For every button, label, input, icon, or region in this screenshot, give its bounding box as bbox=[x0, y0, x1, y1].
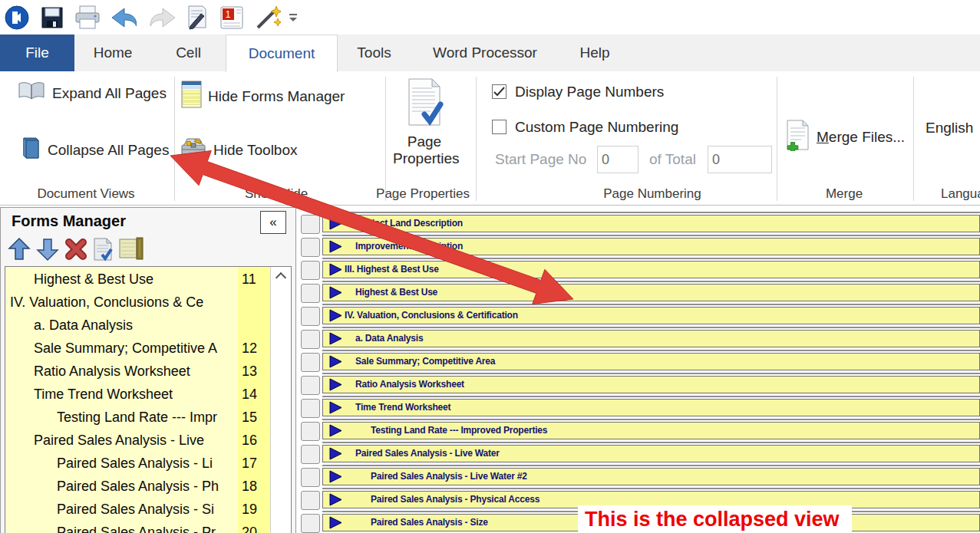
forms-manager-item[interactable]: Paired Sales Analysis - Live 16 bbox=[5, 429, 270, 452]
collapsed-form-bar[interactable]: Sale Summary; Competitive Area bbox=[322, 350, 980, 373]
move-down-icon[interactable] bbox=[35, 237, 60, 262]
ribbon-document-tab-content: Expand All Pages Collapse All Pages Docu… bbox=[0, 71, 980, 206]
expand-triangle-icon[interactable] bbox=[329, 447, 343, 460]
page-handle[interactable] bbox=[301, 353, 320, 372]
tab-document[interactable]: Document bbox=[226, 35, 338, 72]
app-logo-icon[interactable] bbox=[3, 4, 31, 31]
collapsed-form-bar[interactable]: Time Trend Worksheet bbox=[322, 396, 980, 419]
forms-manager-item[interactable]: Highest & Best Use 11 bbox=[5, 268, 270, 291]
forms-manager-item[interactable]: Paired Sales Analysis - Ph 18 bbox=[5, 475, 270, 498]
tab-word-processor[interactable]: Word Processor bbox=[411, 35, 559, 71]
group-label-document-views: Document Views bbox=[17, 186, 155, 202]
hide-toolbox-button[interactable]: Hide Toolbox bbox=[180, 136, 298, 164]
group-separator bbox=[174, 77, 175, 201]
tab-help[interactable]: Help bbox=[559, 35, 630, 71]
collapse-panel-button[interactable]: « bbox=[260, 211, 286, 234]
forms-manager-item[interactable]: Paired Sales Analysis - Si 19 bbox=[5, 498, 270, 521]
collapsed-form-bar[interactable]: Testing Land Rate --- Improved Propertie… bbox=[322, 419, 980, 442]
language-value[interactable]: English bbox=[926, 120, 973, 137]
report-form-bars: Subject Land Description Improvement Des… bbox=[322, 212, 980, 533]
calendar-icon[interactable]: 1 bbox=[218, 4, 246, 31]
toolbox-icon bbox=[180, 136, 207, 164]
page-properties-button[interactable]: Page Properties bbox=[393, 77, 456, 167]
expand-triangle-icon[interactable] bbox=[329, 240, 343, 253]
delete-form-icon[interactable] bbox=[64, 237, 88, 262]
forms-list-scrollbar[interactable] bbox=[270, 267, 291, 533]
start-page-no-input[interactable] bbox=[597, 146, 638, 173]
expand-triangle-icon[interactable] bbox=[329, 309, 343, 322]
collapsed-form-bar[interactable]: Improvement Description bbox=[322, 235, 980, 258]
scroll-up-icon[interactable] bbox=[276, 272, 286, 283]
expand-triangle-icon[interactable] bbox=[329, 217, 343, 230]
page-properties-small-icon[interactable] bbox=[91, 237, 116, 262]
of-total-input[interactable] bbox=[708, 146, 772, 173]
page-handle[interactable] bbox=[301, 491, 320, 510]
collapsed-form-bar[interactable]: IV. Valuation, Conclusions & Certificati… bbox=[322, 304, 980, 327]
tab-cell[interactable]: Cell bbox=[151, 35, 226, 71]
forms-manager-item[interactable]: Ratio Analysis Worksheet 13 bbox=[5, 360, 270, 383]
sign-document-icon[interactable] bbox=[183, 4, 210, 31]
form-bar-title: Paired Sales Analysis - Physical Access bbox=[371, 492, 539, 508]
forms-manager-item[interactable]: a. Data Analysis bbox=[5, 314, 270, 337]
page-handle[interactable] bbox=[301, 215, 320, 234]
forms-library-icon[interactable] bbox=[118, 237, 143, 262]
forms-manager-item[interactable]: Paired Sales Analysis - Li 17 bbox=[5, 452, 270, 475]
collapse-all-pages-button[interactable]: Collapse All Pages bbox=[18, 136, 169, 164]
page-handle[interactable] bbox=[301, 261, 320, 280]
collapsed-form-bar[interactable]: Ratio Analysis Worksheet bbox=[322, 373, 980, 396]
collapsed-form-bar[interactable]: a. Data Analysis bbox=[322, 327, 980, 350]
page-handle[interactable] bbox=[301, 238, 320, 257]
move-up-icon[interactable] bbox=[7, 237, 31, 262]
page-handle[interactable] bbox=[301, 376, 320, 395]
forms-manager-item[interactable]: IV. Valuation, Conclusions & Ce bbox=[5, 291, 270, 314]
collapsed-form-bar[interactable]: Paired Sales Analysis - Live Water bbox=[322, 442, 980, 465]
form-bar-title: Highest & Best Use bbox=[355, 285, 437, 301]
tab-tools[interactable]: Tools bbox=[338, 35, 411, 71]
page-handle[interactable] bbox=[301, 284, 320, 303]
print-icon[interactable] bbox=[74, 4, 101, 31]
save-icon[interactable] bbox=[38, 4, 66, 31]
form-bar-title: Ratio Analysis Worksheet bbox=[355, 377, 464, 393]
forms-manager-item[interactable]: Paired Sales Analysis - Pr 20 bbox=[5, 521, 270, 533]
page-handle[interactable] bbox=[301, 514, 320, 533]
form-bar-title: Paired Sales Analysis - Size bbox=[371, 515, 488, 531]
forms-manager-item[interactable]: Sale Summary; Competitive A 12 bbox=[5, 337, 270, 360]
page-handle[interactable] bbox=[301, 307, 320, 326]
form-page-number: 12 bbox=[242, 337, 270, 360]
collapsed-form-bar[interactable]: Paired Sales Analysis - Live Water #2 bbox=[322, 465, 980, 488]
tab-file[interactable]: File bbox=[0, 35, 74, 71]
hide-forms-manager-button[interactable]: Hide Forms Manager bbox=[181, 81, 345, 112]
wizard-icon[interactable] bbox=[253, 4, 281, 31]
collapsed-form-bar[interactable]: Highest & Best Use bbox=[322, 281, 980, 304]
forms-manager-item[interactable]: Time Trend Worksheet 14 bbox=[5, 383, 270, 406]
expand-triangle-icon[interactable] bbox=[329, 516, 343, 529]
expand-triangle-icon[interactable] bbox=[329, 493, 343, 506]
expand-all-pages-button[interactable]: Expand All Pages bbox=[17, 81, 167, 106]
collapsed-form-bar[interactable]: III. Highest & Best Use bbox=[322, 258, 980, 281]
page-handle[interactable] bbox=[301, 422, 320, 441]
ribbon-tab-bar: File Home Cell Document Tools Word Proce… bbox=[0, 35, 980, 71]
expand-triangle-icon[interactable] bbox=[329, 263, 343, 276]
form-bar-title: a. Data Analysis bbox=[355, 331, 423, 347]
tab-home[interactable]: Home bbox=[74, 35, 151, 71]
merge-files-button[interactable]: Merge Files... bbox=[784, 119, 905, 155]
expand-triangle-icon[interactable] bbox=[329, 355, 343, 368]
expand-triangle-icon[interactable] bbox=[329, 424, 343, 437]
collapsed-form-bar[interactable]: Subject Land Description bbox=[322, 212, 980, 235]
forms-manager-item[interactable]: Testing Land Rate --- Impr 15 bbox=[5, 406, 270, 429]
form-page-number: 19 bbox=[242, 498, 270, 521]
expand-triangle-icon[interactable] bbox=[329, 470, 343, 483]
expand-triangle-icon[interactable] bbox=[329, 332, 343, 345]
customize-toolbar-icon[interactable] bbox=[285, 4, 301, 31]
expand-triangle-icon[interactable] bbox=[329, 401, 343, 414]
expand-triangle-icon[interactable] bbox=[329, 286, 343, 299]
page-handle[interactable] bbox=[301, 330, 320, 349]
page-handle[interactable] bbox=[301, 468, 320, 487]
expand-triangle-icon[interactable] bbox=[329, 378, 343, 391]
redo-icon[interactable] bbox=[147, 4, 175, 31]
undo-icon[interactable] bbox=[109, 4, 137, 31]
page-handle[interactable] bbox=[301, 445, 320, 464]
custom-page-numbering-checkbox[interactable] bbox=[492, 120, 506, 134]
display-page-numbers-checkbox[interactable] bbox=[492, 84, 506, 99]
page-handle[interactable] bbox=[301, 399, 320, 418]
